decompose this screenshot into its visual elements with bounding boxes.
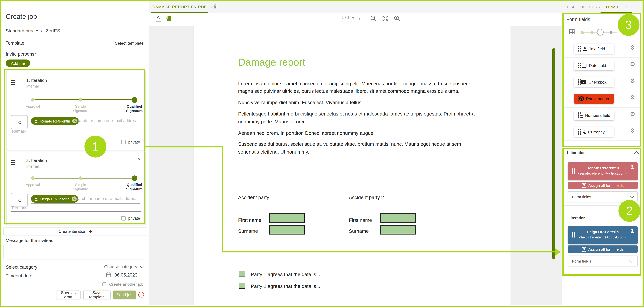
invite-persons-label: Invite persons*	[6, 51, 36, 56]
text-tool-underline	[156, 21, 161, 22]
checkbox-field-item[interactable]: ✓ Checkbox	[574, 77, 614, 87]
signer-card-helga[interactable]: Helga HR-Leiterin <helga.hr-leiterin@xit…	[568, 226, 638, 244]
drag-handle-icon[interactable]	[12, 160, 12, 161]
chevron-down-icon	[630, 258, 634, 263]
field-row-radio: Radio button ⚙	[562, 90, 641, 108]
currency-field-item[interactable]: € Currency	[574, 127, 614, 137]
attachment-icon[interactable]	[213, 4, 218, 10]
gear-icon[interactable]: ⚙	[630, 61, 635, 67]
surname-label-1: Surname	[238, 228, 258, 234]
tab-form-fields[interactable]: FORM FIELDS	[604, 5, 632, 9]
first-name-field-1[interactable]	[269, 213, 305, 223]
send-job-button[interactable]: Send job	[113, 290, 136, 299]
radio-button-field-item[interactable]: Radio button	[574, 94, 614, 104]
party-2-checkbox-field[interactable]	[239, 283, 245, 289]
close-iteration-icon[interactable]: ×	[138, 156, 141, 162]
step-simple-dot[interactable]	[79, 176, 82, 180]
drag-handle-icon[interactable]	[578, 112, 579, 114]
gear-icon[interactable]: ⚙	[630, 128, 635, 134]
timeout-date-picker[interactable]: 06.05.2023	[106, 272, 138, 278]
signature-level-track[interactable]	[33, 178, 134, 179]
fullscreen-icon[interactable]	[382, 15, 388, 22]
tab-strip: DAMAGE REPORT EN.PDF × PLACEHOLDERS FORM…	[149, 1, 643, 13]
step-label-qualified: Qualified Signature	[121, 183, 148, 192]
private-checkbox[interactable]	[122, 216, 126, 220]
pdf-tab[interactable]: DAMAGE REPORT EN.PDF ×	[152, 4, 213, 10]
recipient-chip[interactable]: Renate Referentin ✕	[31, 117, 79, 125]
save-as-draft-button[interactable]: Save as draft	[56, 290, 80, 299]
private-checkbox[interactable]	[122, 140, 126, 144]
page-select-arrow-icon	[352, 16, 355, 19]
slider-stop-3[interactable]	[610, 31, 612, 34]
text-field-item[interactable]: A Text field	[574, 44, 614, 54]
assign-all-form-fields-button-1[interactable]: Assign all form fields	[568, 182, 638, 189]
step-qualified-dot[interactable]	[132, 97, 138, 103]
step-approval-dot[interactable]	[31, 98, 34, 102]
first-name-label-2: First name	[349, 218, 372, 223]
drag-handle-icon[interactable]	[578, 62, 579, 64]
surname-field-2[interactable]	[380, 225, 416, 234]
date-field-item[interactable]: Date field	[574, 60, 614, 70]
add-me-button[interactable]: Add me	[6, 60, 30, 67]
recipient-search-input[interactable]	[72, 196, 140, 201]
save-template-button[interactable]: Save template	[83, 290, 111, 299]
field-label: Radio button	[586, 96, 609, 101]
signer-card-renate[interactable]: Renate Referentin <renate.referentin@xit…	[568, 162, 638, 180]
field-label: Currency	[588, 130, 604, 134]
create-iteration-button[interactable]: Create iteration +	[4, 228, 147, 235]
message-textarea[interactable]	[4, 244, 146, 260]
party-1-checkbox-field[interactable]	[239, 271, 245, 277]
drag-handle-icon[interactable]	[578, 96, 579, 97]
doc-paragraph: Pellentesque habitant morbi tristique se…	[238, 110, 478, 126]
form-fields-dropdown-1[interactable]: Form fields	[568, 191, 638, 202]
zoom-in-icon[interactable]	[394, 15, 400, 22]
accident-party-1-heading: Accident party 1	[238, 195, 273, 200]
remark-underline	[11, 135, 141, 135]
gear-icon[interactable]: ⚙	[630, 111, 635, 117]
gear-icon[interactable]: ⚙	[630, 78, 635, 84]
text-tool-button[interactable]: A	[156, 15, 161, 22]
step-label-qualified: Qualified Signature	[121, 104, 148, 114]
first-name-field-2[interactable]	[380, 213, 416, 223]
info-icon[interactable]: i	[138, 292, 144, 298]
iteration-card-1: 1. Iteration Internal Approval Simple Si…	[6, 71, 146, 151]
remark-input[interactable]	[11, 128, 140, 134]
doc-paragraph: Lorem ipsum dolor sit amet, consectetuer…	[238, 80, 478, 95]
recipient-chip[interactable]: Helga HR-Leiterin ✕	[31, 195, 78, 202]
step-qualified-dot[interactable]	[132, 175, 138, 181]
choose-category-select[interactable]: Choose category	[104, 264, 144, 269]
step-approval-dot[interactable]	[31, 176, 34, 180]
prev-page-icon[interactable]: ‹	[336, 16, 338, 21]
step-simple-dot[interactable]	[79, 98, 82, 102]
field-label: Date field	[589, 63, 606, 68]
iteration-type: Internal	[26, 84, 39, 88]
field-row-date: Date field ⚙	[562, 57, 641, 74]
page-title: Create job	[6, 13, 37, 20]
sidebar-iteration-1-label: 1. iteration	[566, 150, 586, 155]
create-another-checkbox[interactable]	[102, 282, 106, 286]
assign-all-form-fields-button-2[interactable]: Assign all form fields	[568, 246, 638, 253]
grid-size-icon[interactable]	[569, 29, 575, 34]
form-fields-dropdown-2[interactable]: Form fields	[568, 256, 638, 266]
drag-handle-icon[interactable]	[12, 80, 12, 81]
zoom-out-icon[interactable]	[370, 15, 376, 22]
next-page-icon[interactable]: ›	[358, 16, 360, 21]
drag-handle-icon[interactable]	[578, 46, 579, 47]
recipient-search-input[interactable]	[73, 118, 140, 124]
signature-level-track[interactable]	[33, 99, 134, 100]
tab-placeholders[interactable]: PLACEHOLDERS	[567, 5, 600, 9]
viewer-scrollbar[interactable]	[552, 48, 555, 260]
hand-tool-icon[interactable]	[166, 15, 172, 22]
drag-handle-icon[interactable]	[578, 129, 579, 130]
to-field-button[interactable]: TO:	[11, 115, 28, 129]
gear-icon[interactable]: ⚙	[630, 94, 635, 100]
signer-email: <renate.referentin@xitrust.com>	[568, 172, 638, 176]
surname-field-1[interactable]	[269, 225, 305, 234]
page-indicator[interactable]: 1 / 1	[341, 15, 356, 22]
numbers-field-item[interactable]: 1 2 3 Numbers field	[574, 110, 614, 120]
remark-input[interactable]	[11, 205, 140, 210]
gear-icon[interactable]: ⚙	[630, 45, 635, 50]
close-tab-icon[interactable]: ×	[210, 4, 213, 10]
select-template-link[interactable]: Select template	[115, 41, 144, 46]
drag-handle-icon[interactable]	[578, 79, 579, 80]
